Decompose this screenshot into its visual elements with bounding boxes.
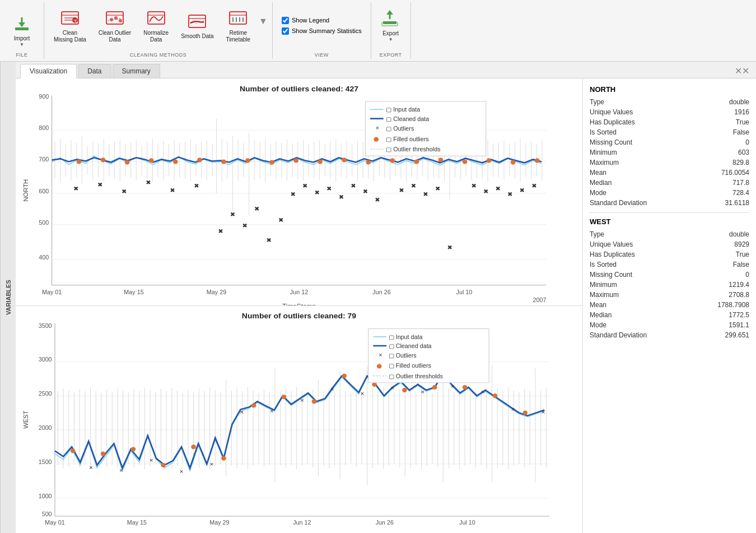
svg-text:×: × (122, 188, 126, 194)
svg-point-327 (221, 456, 226, 460)
west-stats-rows: TypedoubleUnique Values8929Has Duplicate… (590, 229, 749, 340)
stat-value: 829.8 (732, 159, 749, 166)
cleaning-section-label: CLEANING METHODS (44, 52, 272, 58)
svg-text:×: × (400, 187, 404, 193)
svg-point-14 (119, 19, 122, 22)
svg-text:×: × (496, 185, 500, 192)
svg-text:×: × (520, 187, 524, 193)
charts-panel: Number of outliers cleaned: 427 900 800 … (16, 78, 582, 533)
stat-value: 717.8 (732, 179, 749, 187)
svg-text:×: × (351, 182, 355, 189)
svg-text:2007: 2007 (533, 297, 546, 304)
stat-label: Type (590, 98, 604, 106)
svg-rect-0 (15, 27, 29, 30)
stat-value: 1219.4 (729, 281, 749, 289)
svg-point-181 (173, 159, 178, 164)
maximize-button[interactable]: ✕✕ (735, 66, 749, 76)
svg-point-194 (487, 158, 492, 163)
stats-row: Missing Count0 (590, 270, 749, 280)
variables-sidebar[interactable]: VARIABLES (0, 62, 16, 533)
stats-row: Has DuplicatesTrue (590, 249, 749, 259)
export-button[interactable]: Export ▼ (376, 3, 406, 48)
stat-value: 1772.5 (729, 311, 749, 319)
svg-text:▢ Input data: ▢ Input data (389, 334, 422, 340)
clean-outlier-icon (105, 8, 125, 29)
svg-text:Number of outliers cleaned: 42: Number of outliers cleaned: 427 (240, 85, 358, 93)
svg-point-326 (191, 444, 196, 449)
svg-point-189 (366, 160, 371, 164)
normalize-label: NormalizeData (143, 30, 169, 43)
svg-text:×: × (376, 124, 379, 131)
svg-point-196 (535, 158, 540, 163)
svg-text:TimeStamp: TimeStamp (282, 303, 316, 305)
clean-missing-button[interactable]: ? CleanMissing Data (49, 3, 91, 48)
west-stats-section: WEST TypedoubleUnique Values8929Has Dupl… (590, 217, 749, 340)
stats-row: Typedouble (590, 229, 749, 239)
clean-outlier-button[interactable]: Clean OutlierData (94, 3, 136, 48)
export-section: Export ▼ EXPORT (371, 2, 411, 59)
view-section: Show Legend Show Summary Statistics VIEW (273, 2, 371, 59)
stat-label: Standard Deviation (590, 199, 647, 207)
stat-label: Is Sorted (590, 128, 617, 136)
svg-point-180 (149, 158, 154, 163)
svg-text:×: × (195, 182, 199, 189)
tab-visualization[interactable]: Visualization (20, 64, 77, 78)
smooth-button[interactable]: Smooth Data (176, 3, 218, 48)
north-stats-rows: TypedoubleUnique Values1916Has Duplicate… (590, 97, 749, 208)
west-chart-container: Number of outliers cleaned: 79 3500 3000… (16, 306, 582, 534)
svg-rect-20 (230, 12, 246, 24)
svg-point-195 (511, 160, 516, 164)
svg-text:×: × (330, 386, 334, 392)
tab-bar: Visualization Data Summary ✕✕ (16, 62, 756, 78)
stat-value: 728.4 (732, 189, 749, 197)
stat-value: 1591.1 (729, 321, 749, 329)
show-summary-row[interactable]: Show Summary Statistics (282, 27, 362, 35)
svg-text:▢ Input data: ▢ Input data (386, 106, 420, 113)
stat-value: 603 (738, 149, 749, 156)
normalize-icon (146, 8, 166, 29)
stat-label: Minimum (590, 281, 617, 289)
svg-text:Jun 26: Jun 26 (376, 520, 394, 526)
view-checkboxes: Show Legend Show Summary Statistics (277, 12, 366, 39)
svg-point-178 (101, 157, 106, 162)
west-chart-svg: Number of outliers cleaned: 79 3500 3000… (16, 306, 582, 534)
cleaning-section: ? CleanMissing Data Clean OutlierData (44, 2, 273, 59)
stat-label: Has Duplicates (590, 251, 635, 258)
west-stats-title: WEST (590, 217, 749, 226)
show-legend-checkbox[interactable] (282, 17, 289, 24)
stat-label: Missing Count (590, 271, 632, 279)
stats-row: Maximum2708.8 (590, 290, 749, 300)
svg-text:×: × (532, 182, 536, 189)
svg-point-330 (312, 399, 317, 404)
svg-point-329 (282, 395, 287, 399)
retime-button[interactable]: RetimeTimetable (221, 3, 256, 48)
stat-value: 8929 (734, 240, 749, 248)
svg-point-188 (342, 157, 347, 162)
svg-text:▢ Outliers: ▢ Outliers (389, 353, 416, 359)
svg-point-184 (245, 158, 250, 163)
stat-label: Mean (590, 169, 606, 177)
svg-text:2500: 2500 (39, 391, 52, 397)
normalize-button[interactable]: NormalizeData (138, 3, 174, 48)
stats-row: Is SortedFalse (590, 259, 749, 270)
clean-missing-label: CleanMissing Data (54, 30, 86, 43)
import-button[interactable]: Import ▼ (4, 8, 39, 53)
svg-text:1000: 1000 (39, 493, 52, 499)
tab-data[interactable]: Data (78, 64, 111, 78)
stat-label: Minimum (590, 149, 617, 156)
svg-text:×: × (436, 185, 440, 192)
svg-text:▢ Filled outliers: ▢ Filled outliers (389, 363, 431, 369)
tab-summary[interactable]: Summary (113, 64, 160, 78)
svg-point-183 (221, 159, 226, 164)
svg-text:×: × (421, 388, 424, 395)
stat-value: 1916 (734, 108, 749, 116)
cleaning-expand-arrow[interactable]: ▼ (259, 16, 268, 26)
svg-text:Jul 10: Jul 10 (459, 520, 475, 526)
svg-text:May 15: May 15 (124, 289, 143, 295)
svg-point-185 (269, 160, 274, 164)
north-chart-svg: Number of outliers cleaned: 427 900 800 … (16, 78, 582, 305)
stat-label: Is Sorted (590, 261, 617, 268)
stats-panel: NORTH TypedoubleUnique Values1916Has Dup… (582, 78, 756, 533)
show-summary-checkbox[interactable] (282, 27, 289, 35)
show-legend-row[interactable]: Show Legend (282, 17, 362, 24)
